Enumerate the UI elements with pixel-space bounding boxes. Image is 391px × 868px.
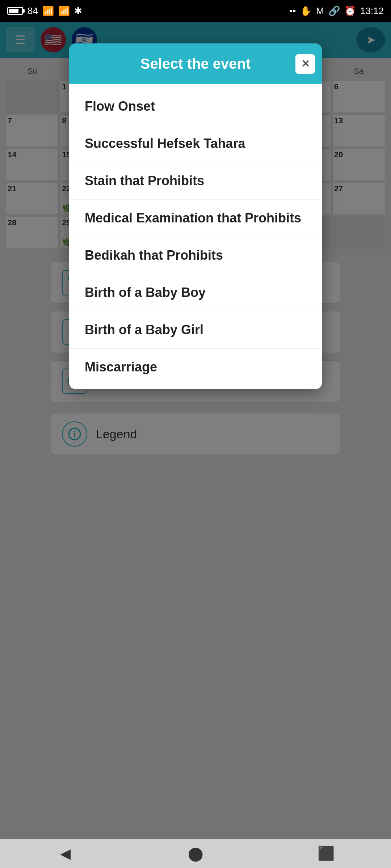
select-event-modal: Select the event ✕ Flow Onset Successful… bbox=[69, 43, 322, 389]
recent-apps-button[interactable]: ⬛ bbox=[311, 839, 340, 868]
home-button[interactable]: ⬤ bbox=[181, 839, 210, 868]
status-right: •• ✋ M 🔗 ⏰ 13:12 bbox=[289, 5, 384, 17]
event-bedikah-prohibits[interactable]: Bedikah that Prohibits bbox=[69, 237, 322, 274]
bluetooth-icon: ✱ bbox=[74, 5, 82, 17]
event-miscarriage[interactable]: Miscarriage bbox=[69, 349, 322, 386]
gmail-icon: M bbox=[316, 5, 324, 17]
modal-header: Select the event ✕ bbox=[69, 43, 322, 84]
dots-icon: •• bbox=[289, 5, 296, 17]
overlay-backdrop: Select the event ✕ Flow Onset Successful… bbox=[0, 22, 391, 839]
event-birth-boy[interactable]: Birth of a Baby Boy bbox=[69, 274, 322, 311]
modal-close-button[interactable]: ✕ bbox=[295, 54, 315, 74]
event-birth-girl[interactable]: Birth of a Baby Girl bbox=[69, 311, 322, 349]
event-medical-prohibits[interactable]: Medical Examination that Prohibits bbox=[69, 200, 322, 237]
time-display: 13:12 bbox=[360, 5, 384, 17]
battery-level: 84 bbox=[28, 5, 38, 17]
wifi-icon: 📶 bbox=[42, 5, 54, 17]
touch-icon: ✋ bbox=[300, 5, 312, 17]
alarm-icon: ⏰ bbox=[344, 5, 356, 17]
modal-body: Flow Onset Successful Hefsek Tahara Stai… bbox=[69, 84, 322, 389]
signal-icon: 📶 bbox=[58, 5, 70, 17]
status-left: 84 📶 📶 ✱ bbox=[7, 5, 82, 17]
battery-icon bbox=[7, 7, 23, 15]
close-icon: ✕ bbox=[301, 58, 310, 70]
status-bar: 84 📶 📶 ✱ •• ✋ M 🔗 ⏰ 13:12 bbox=[0, 0, 391, 22]
modal-title: Select the event bbox=[140, 56, 251, 72]
back-button[interactable]: ◀ bbox=[51, 839, 80, 868]
event-flow-onset[interactable]: Flow Onset bbox=[69, 88, 322, 125]
nav-bottom: ◀ ⬤ ⬛ bbox=[0, 839, 391, 868]
event-hefsek-tahara[interactable]: Successful Hefsek Tahara bbox=[69, 125, 322, 162]
event-stain-prohibits[interactable]: Stain that Prohibits bbox=[69, 162, 322, 200]
wifi-connected-icon: 🔗 bbox=[328, 5, 340, 17]
